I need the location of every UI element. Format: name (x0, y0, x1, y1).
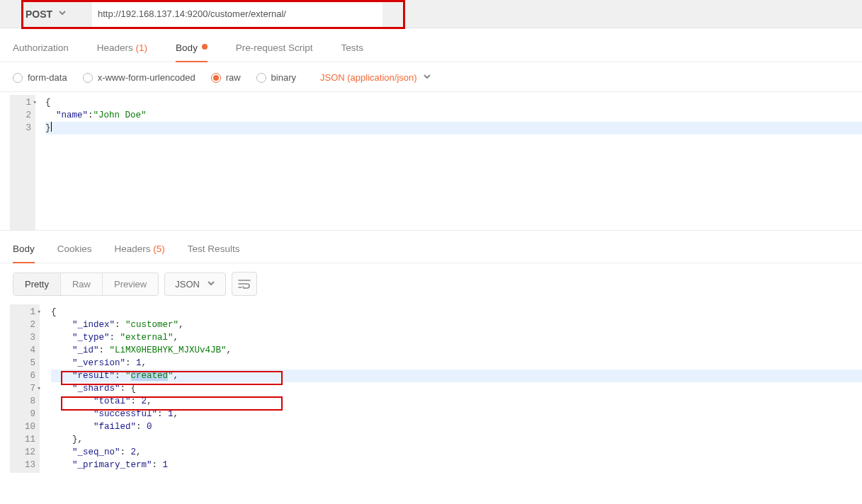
request-tabs: Authorization Headers (1) Body Pre-reque… (0, 28, 862, 62)
view-mode-preview[interactable]: Preview (103, 273, 158, 295)
tab-resp-tests[interactable]: Test Results (188, 244, 240, 263)
view-mode-raw[interactable]: Raw (61, 273, 103, 295)
url-bar: POST (0, 0, 862, 28)
response-body-editor[interactable]: 12345678910111213 { "_index": "customer"… (0, 304, 862, 473)
tab-resp-headers[interactable]: Headers (5) (115, 244, 165, 263)
request-body-editor[interactable]: 123 { "name":"John Doe"} (0, 92, 862, 231)
editor-code: { "_index": "customer", "_type": "extern… (40, 304, 862, 473)
view-mode-pretty[interactable]: Pretty (13, 273, 61, 295)
tab-authorization[interactable]: Authorization (13, 42, 69, 62)
chevron-down-icon (423, 72, 431, 83)
tab-tests[interactable]: Tests (341, 42, 363, 62)
chevron-down-icon (207, 279, 215, 290)
url-field-wrap (92, 0, 862, 28)
radio-urlencoded[interactable]: x-www-form-urlencoded (83, 72, 195, 83)
chevron-down-icon (58, 8, 67, 19)
url-input[interactable] (92, 0, 382, 28)
wrap-lines-button[interactable] (232, 272, 257, 296)
tab-prerequest[interactable]: Pre-request Script (236, 42, 313, 62)
tab-body[interactable]: Body (176, 42, 208, 62)
tab-resp-cookies[interactable]: Cookies (57, 244, 92, 263)
response-tabs: Body Cookies Headers (5) Test Results (0, 231, 862, 263)
http-method-dropdown[interactable]: POST (0, 0, 92, 28)
radio-raw[interactable]: raw (211, 72, 241, 83)
response-format-dropdown[interactable]: JSON (164, 273, 226, 296)
tab-resp-body[interactable]: Body (13, 244, 35, 263)
http-method-label: POST (25, 8, 52, 20)
tab-headers[interactable]: Headers (1) (97, 42, 147, 62)
radio-form-data[interactable]: form-data (13, 72, 67, 83)
editor-gutter: 12345678910111213 (10, 304, 40, 473)
wrap-icon (238, 279, 251, 289)
content-type-dropdown[interactable]: JSON (application/json) (320, 72, 431, 83)
response-toolbar: Pretty Raw Preview JSON (0, 263, 862, 304)
body-type-row: form-data x-www-form-urlencoded raw bina… (0, 62, 862, 92)
editor-gutter: 123 (10, 95, 35, 230)
radio-binary[interactable]: binary (256, 72, 296, 83)
dot-icon (202, 44, 208, 50)
view-mode-group: Pretty Raw Preview (13, 273, 159, 296)
editor-code[interactable]: { "name":"John Doe"} (35, 95, 862, 230)
